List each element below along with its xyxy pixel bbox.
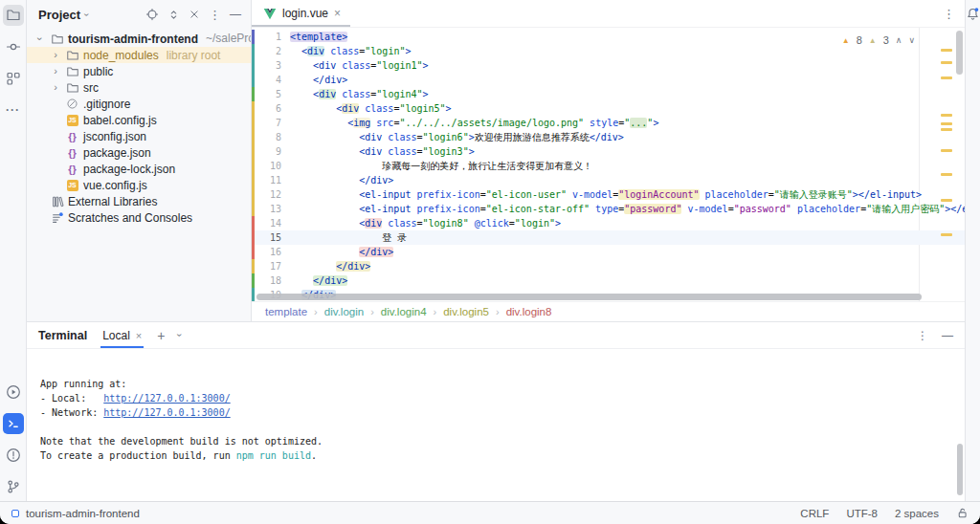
breadcrumb-div-login[interactable]: div.login	[324, 306, 364, 317]
breadcrumb-separator: ›	[496, 306, 500, 317]
top-row: Project › ⋮— ›tourism-admin-frontend~/sa…	[27, 0, 965, 321]
warning-stripe-mark[interactable]	[941, 49, 952, 52]
locate-icon[interactable]	[145, 8, 159, 21]
code-line-9[interactable]: 9 <div class="login3">	[252, 144, 965, 159]
lock-icon[interactable]	[956, 507, 969, 519]
warning-stripe-mark[interactable]	[941, 61, 952, 64]
terminal-tab-label: Local	[102, 329, 130, 342]
tree-item-tourism-admin-frontend[interactable]: ›tourism-admin-frontend~/saleProject/旅游:	[27, 31, 251, 47]
terminal-scrollbar[interactable]	[957, 444, 963, 495]
chevron-down-icon[interactable]: ›	[175, 334, 186, 337]
code-token: "password"	[624, 204, 681, 214]
warning-stripe-mark[interactable]	[941, 76, 952, 79]
warning-stripe-mark[interactable]	[941, 128, 952, 131]
tree-item-external-libraries[interactable]: External Libraries	[27, 193, 251, 209]
code-line-18[interactable]: 18 </div>	[252, 273, 965, 288]
toolwindow-button-more[interactable]: ···	[3, 99, 24, 120]
status-project[interactable]: tourism-admin-frontend	[11, 508, 140, 519]
code-line-10[interactable]: 10 珍藏每一刻的美好，旅行让生活变得更加有意义！	[252, 159, 965, 173]
code-line-6[interactable]: 6 <div class="login5">	[252, 101, 965, 116]
terminal-tab-local[interactable]: Local ×	[100, 322, 144, 348]
warning-stripe-mark[interactable]	[941, 122, 952, 125]
plus-icon[interactable]: +	[157, 328, 165, 343]
inspections-widget[interactable]: ▲ 8 ▲ 3 ∧ ∨	[842, 33, 915, 48]
chevron-right-icon[interactable]: ›	[50, 82, 61, 93]
code-line-14[interactable]: 14 <div class="login8" @click="login">	[252, 216, 965, 230]
code-line-13[interactable]: 13 <el-input prefix-icon="el-icon-star-o…	[252, 202, 965, 216]
code-line-4[interactable]: 4 </div>	[252, 73, 965, 87]
status-widget-2-spaces[interactable]: 2 spaces	[895, 508, 939, 519]
code-line-17[interactable]: 17 </div>	[252, 259, 965, 273]
line-number: 18	[255, 273, 281, 288]
toolwindow-button-commit[interactable]	[3, 36, 24, 57]
warning-stripe-mark[interactable]	[941, 173, 952, 176]
tree-item-babel-config-js[interactable]: JSbabel.config.js	[27, 112, 251, 128]
code-line-15[interactable]: 15 登 录	[252, 230, 965, 245]
code-line-7[interactable]: 7 <img src="../../../assets/image/logo.p…	[252, 116, 965, 130]
code-line-5[interactable]: 5 <div class="login4">	[252, 87, 965, 101]
toolwindow-button-terminal[interactable]	[3, 413, 24, 434]
chevron-down-icon[interactable]: ›	[81, 12, 92, 15]
tree-item-package-lock-json[interactable]: {}package-lock.json	[27, 161, 251, 177]
close-icon[interactable]: ×	[136, 330, 142, 341]
warning-stripe-mark[interactable]	[941, 114, 952, 117]
collapse-icon[interactable]	[189, 9, 200, 20]
toolwindow-button-run[interactable]	[3, 382, 24, 403]
expand-icon[interactable]	[167, 9, 180, 21]
tree-item-node-modules[interactable]: ›node_moduleslibrary root	[27, 47, 251, 63]
minimize-icon[interactable]: —	[942, 329, 953, 342]
terminal-text: To create a production build, run	[40, 450, 236, 461]
status-widget-crlf[interactable]: CRLF	[800, 508, 829, 519]
project-panel-title[interactable]: Project	[38, 8, 80, 22]
tree-item-label: External Libraries	[68, 195, 157, 208]
options-icon[interactable]: ⋮	[209, 9, 221, 21]
editor-vertical-scrollbar[interactable]	[956, 31, 963, 75]
breadcrumb-div-login8[interactable]: div.login8	[506, 306, 552, 317]
code-line-3[interactable]: 3 <div class="login1">	[252, 58, 965, 73]
editor-horizontal-scrollbar[interactable]	[256, 294, 922, 300]
toolwindow-button-git[interactable]	[3, 476, 24, 497]
terminal-output[interactable]: App running at:- Local: http://127.0.0.1…	[27, 349, 965, 501]
close-icon[interactable]: ×	[334, 8, 341, 19]
code-line-16[interactable]: 16 </div>	[252, 245, 965, 259]
chevron-right-icon[interactable]: ›	[50, 50, 61, 60]
tree-item-scratches-and-consoles[interactable]: Scratches and Consoles	[27, 209, 251, 226]
toolwindow-button-notifications[interactable]	[966, 7, 980, 21]
code-token: placeholder	[700, 189, 768, 200]
tree-item-vue-config-js[interactable]: JSvue.config.js	[27, 177, 251, 193]
breadcrumb-div-login4[interactable]: div.login4	[381, 306, 427, 317]
code-line-11[interactable]: 11 </div>	[252, 173, 965, 187]
tree-item-src[interactable]: ›src	[27, 79, 251, 96]
hide-icon[interactable]: —	[230, 9, 241, 20]
tree-item-jsconfig-json[interactable]: {}jsconfig.json	[27, 128, 251, 144]
kebab-icon[interactable]: ⋮	[917, 329, 928, 342]
line-number: 11	[255, 173, 281, 187]
chevron-down-icon[interactable]: ›	[34, 33, 46, 44]
code-line-12[interactable]: 12 <el-input prefix-icon="el-icon-user" …	[252, 187, 965, 202]
folder-icon	[50, 32, 64, 46]
warning-count[interactable]: 8	[857, 33, 862, 48]
warning-stripe-mark[interactable]	[941, 149, 952, 152]
weak-warning-count[interactable]: 3	[883, 33, 889, 48]
terminal-link[interactable]: http://127.0.0.1:3000/	[103, 407, 230, 418]
tree-item-package-json[interactable]: {}package.json	[27, 144, 251, 161]
warning-stripe-mark[interactable]	[941, 233, 952, 236]
status-bar: tourism-admin-frontend CRLFUTF-82 spaces	[0, 501, 980, 524]
tree-item-gitignore[interactable]: .gitignore	[27, 96, 251, 112]
tree-item-public[interactable]: ›public	[27, 63, 251, 79]
tab-login-vue[interactable]: login.vue ×	[252, 0, 350, 27]
breadcrumb-template[interactable]: template	[265, 306, 307, 317]
chevron-down-icon[interactable]: ∨	[908, 33, 915, 48]
toolwindow-button-structure[interactable]	[3, 68, 24, 89]
kebab-icon[interactable]: ⋮	[943, 7, 965, 21]
toolwindow-button-project[interactable]	[3, 5, 24, 26]
toolwindow-button-problems[interactable]	[3, 445, 24, 466]
code-line-8[interactable]: 8 <div class="login6">欢迎使用旅游信息推荐系统</div>	[252, 130, 965, 144]
warning-stripe-mark[interactable]	[941, 199, 952, 202]
chevron-up-icon[interactable]: ∧	[896, 33, 902, 48]
status-widget-utf-8[interactable]: UTF-8	[846, 508, 878, 519]
terminal-link[interactable]: http://127.0.0.1:3000/	[103, 393, 230, 404]
chevron-right-icon[interactable]: ›	[50, 66, 61, 76]
breadcrumb-div-login5[interactable]: div.login5	[443, 306, 489, 317]
terminal-title[interactable]: Terminal	[38, 329, 87, 342]
